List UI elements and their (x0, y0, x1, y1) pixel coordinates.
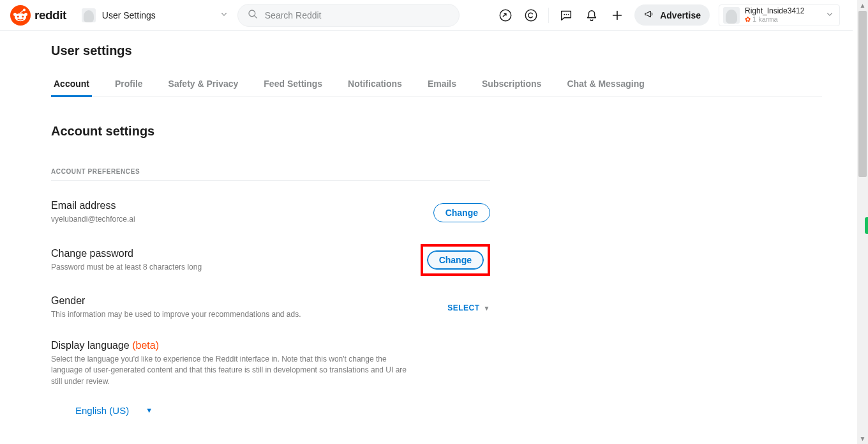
user-name: Right_Inside3412 (745, 7, 804, 15)
password-title: Change password (51, 248, 202, 259)
gender-title: Gender (51, 295, 301, 307)
language-select[interactable]: English (US) ▼ (75, 405, 853, 416)
page-title: User settings (51, 43, 853, 58)
gender-select[interactable]: SELECT ▼ (447, 303, 490, 312)
scroll-thumb[interactable] (858, 11, 867, 177)
search-icon (247, 8, 258, 22)
search-input[interactable] (265, 10, 450, 20)
tab-chat[interactable]: Chat & Messaging (564, 72, 647, 96)
karma-icon: ✿ (745, 15, 751, 23)
tab-account[interactable]: Account (51, 72, 92, 96)
reddit-logo[interactable]: reddit (10, 5, 66, 26)
chevron-down-icon (825, 10, 834, 21)
password-sub: Password must be at least 8 characters l… (51, 262, 202, 273)
highlight-box: Change (421, 244, 490, 276)
divider (548, 8, 549, 23)
svg-point-11 (566, 13, 567, 15)
header-actions: Advertise Right_Inside3412 ✿ 1 karma (497, 4, 840, 26)
advertise-label: Advertise (660, 10, 701, 20)
reddit-icon (10, 5, 31, 26)
change-email-button[interactable]: Change (433, 203, 490, 222)
svg-point-10 (564, 13, 565, 15)
advertise-button[interactable]: Advertise (634, 4, 710, 26)
row-email: Email address vyelubandi@techforce.ai Ch… (51, 200, 490, 225)
row-password: Change password Password must be at leas… (51, 244, 490, 276)
change-password-button[interactable]: Change (427, 250, 484, 270)
chevron-down-icon (220, 10, 228, 21)
gender-select-label: SELECT (447, 303, 479, 312)
settings-page: User settings Account Profile Safety & P… (0, 31, 853, 416)
language-sub: Select the language you'd like to experi… (51, 354, 408, 387)
language-title: Display language (beta) (51, 340, 408, 351)
row-gender: Gender This information may be used to i… (51, 295, 490, 320)
user-meta: Right_Inside3412 ✿ 1 karma (745, 7, 804, 23)
gender-sub: This information may be used to improve … (51, 309, 301, 320)
popular-icon[interactable] (497, 7, 514, 24)
svg-point-9 (525, 10, 536, 20)
tab-subscriptions[interactable]: Subscriptions (479, 72, 544, 96)
subsection-preferences: ACCOUNT PREFERENCES (51, 168, 490, 181)
scroll-down-button[interactable]: ▼ (857, 433, 868, 444)
tab-profile[interactable]: Profile (112, 72, 146, 96)
nav-label: User Settings (102, 10, 213, 20)
side-indicator (865, 217, 868, 234)
coin-icon[interactable] (523, 7, 539, 24)
svg-point-8 (500, 10, 511, 20)
row-language: Display language (beta) Select the langu… (51, 340, 490, 387)
section-title: Account settings (51, 124, 853, 139)
tab-emails[interactable]: Emails (425, 72, 459, 96)
reddit-wordmark: reddit (34, 8, 66, 22)
megaphone-icon (643, 8, 655, 22)
user-avatar-icon (723, 7, 740, 24)
settings-tabs: Account Profile Safety & Privacy Feed Se… (51, 72, 822, 97)
svg-point-3 (24, 13, 27, 16)
notifications-icon[interactable] (583, 7, 600, 24)
scroll-up-button[interactable]: ▲ (857, 0, 868, 11)
chat-icon[interactable] (558, 7, 574, 24)
nav-avatar-icon (82, 8, 96, 22)
user-karma: 1 karma (752, 15, 778, 23)
caret-down-icon: ▼ (146, 406, 153, 414)
svg-point-2 (13, 13, 17, 16)
user-menu[interactable]: Right_Inside3412 ✿ 1 karma (719, 4, 840, 26)
beta-tag: (beta) (132, 340, 159, 351)
svg-point-5 (22, 15, 24, 17)
tab-feed[interactable]: Feed Settings (261, 72, 325, 96)
svg-point-4 (17, 15, 19, 17)
svg-point-12 (568, 13, 569, 15)
language-value: English (US) (75, 405, 129, 416)
email-title: Email address (51, 200, 135, 211)
nav-community-selector[interactable]: User Settings (82, 8, 228, 22)
search-bar[interactable] (237, 4, 460, 27)
create-post-icon[interactable] (609, 7, 625, 24)
site-header: reddit User Settings (0, 0, 853, 31)
tab-safety[interactable]: Safety & Privacy (166, 72, 241, 96)
tab-notifications[interactable]: Notifications (345, 72, 405, 96)
caret-down-icon: ▼ (484, 305, 490, 312)
email-value: vyelubandi@techforce.ai (51, 214, 135, 225)
